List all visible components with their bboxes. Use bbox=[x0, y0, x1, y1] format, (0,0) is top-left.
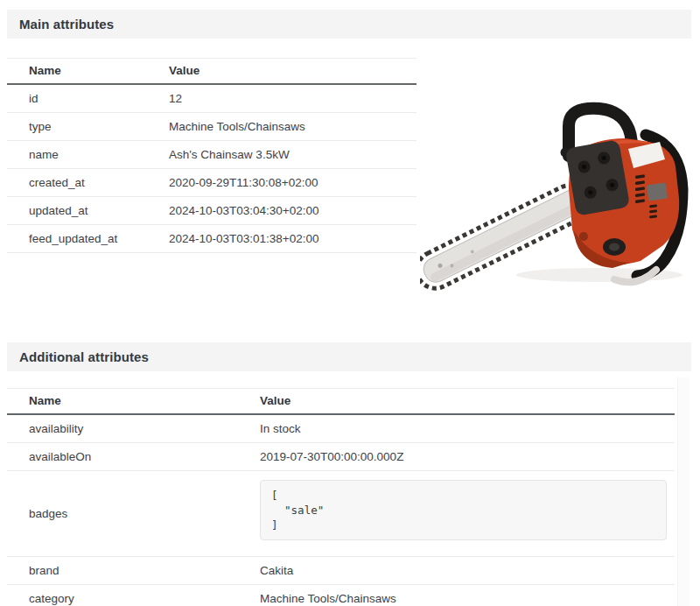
attribute-name: badges bbox=[7, 471, 238, 557]
attribute-name: name bbox=[7, 141, 147, 169]
attribute-name: updated_at bbox=[7, 197, 147, 225]
table-row: brandCakita bbox=[7, 557, 675, 585]
column-header-value: Value bbox=[147, 59, 416, 85]
product-attributes-page: Main attributes Name Value id12typeMachi… bbox=[0, 10, 700, 606]
attribute-value: Ash's Chainsaw 3.5kW bbox=[147, 141, 416, 169]
attribute-value: Machine Tools/Chainsaws bbox=[238, 585, 675, 606]
main-attributes-table: Name Value id12typeMachine Tools/Chainsa… bbox=[7, 58, 416, 253]
table-row: availabilityIn stock bbox=[7, 414, 675, 443]
table-row: categoryMachine Tools/Chainsaws bbox=[7, 585, 675, 606]
table-row: feed_updated_at2024-10-03T03:01:38+02:00 bbox=[7, 225, 416, 253]
table-row: availableOn2019-07-30T00:00:00.000Z bbox=[7, 443, 675, 471]
attribute-name: category bbox=[7, 585, 238, 606]
section-title-additional: Additional attributes bbox=[19, 349, 149, 364]
attribute-value: Machine Tools/Chainsaws bbox=[147, 113, 416, 141]
code-block: [ "sale" ] bbox=[260, 480, 667, 540]
column-header-name: Name bbox=[7, 389, 238, 415]
table-row: nameAsh's Chainsaw 3.5kW bbox=[7, 141, 416, 169]
product-image-chainsaw bbox=[420, 58, 700, 299]
attribute-value: 2024-10-03T03:04:30+02:00 bbox=[147, 197, 416, 225]
attribute-name: feed_updated_at bbox=[7, 225, 147, 253]
attribute-value: 2020-09-29T11:30:08+02:00 bbox=[147, 169, 416, 197]
attribute-value: 2019-07-30T00:00:00.000Z bbox=[238, 443, 675, 471]
attribute-name: created_at bbox=[7, 169, 147, 197]
scrollbar[interactable] bbox=[677, 377, 690, 606]
attribute-name: availableOn bbox=[7, 443, 238, 471]
chainsaw-illustration bbox=[420, 58, 700, 299]
column-header-value: Value bbox=[238, 389, 675, 415]
section-header-main: Main attributes bbox=[7, 10, 691, 39]
table-row: updated_at2024-10-03T03:04:30+02:00 bbox=[7, 197, 416, 225]
attribute-value: [ "sale" ] bbox=[238, 471, 675, 557]
attribute-name: id bbox=[7, 84, 147, 113]
additional-attributes-section: Additional attributes Name Value availab… bbox=[0, 342, 700, 606]
attribute-value: In stock bbox=[238, 414, 675, 443]
table-row: id12 bbox=[7, 84, 416, 113]
attribute-name: availability bbox=[7, 414, 238, 443]
table-header-row: Name Value bbox=[7, 59, 416, 85]
section-header-additional: Additional attributes bbox=[7, 342, 691, 371]
table-row: badges[ "sale" ] bbox=[7, 471, 675, 557]
section-title-main: Main attributes bbox=[19, 17, 114, 32]
attribute-value: Cakita bbox=[238, 557, 675, 585]
attribute-value: 12 bbox=[147, 84, 416, 113]
main-attributes-section: Main attributes Name Value id12typeMachi… bbox=[0, 10, 700, 253]
column-header-name: Name bbox=[7, 59, 147, 85]
additional-attributes-table: Name Value availabilityIn stockavailable… bbox=[7, 388, 675, 606]
table-row: typeMachine Tools/Chainsaws bbox=[7, 113, 416, 141]
table-header-row: Name Value bbox=[7, 389, 675, 415]
attribute-name: brand bbox=[7, 557, 238, 585]
attribute-value: 2024-10-03T03:01:38+02:00 bbox=[147, 225, 416, 253]
attribute-name: type bbox=[7, 113, 147, 141]
table-row: created_at2020-09-29T11:30:08+02:00 bbox=[7, 169, 416, 197]
